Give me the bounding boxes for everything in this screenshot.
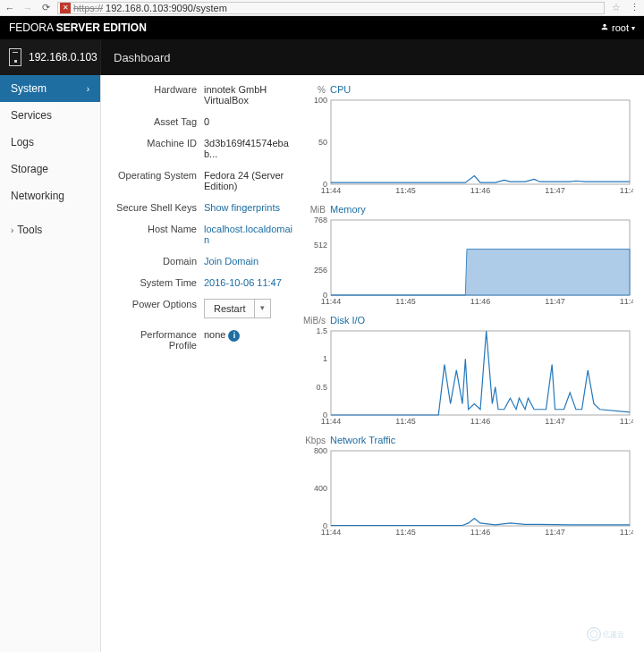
- svg-text:0.5: 0.5: [316, 383, 327, 392]
- bookmark-icon[interactable]: ☆: [610, 2, 623, 14]
- chevron-down-icon[interactable]: ▾: [255, 300, 270, 318]
- sidebar: System›ServicesLogsStorageNetworking›Too…: [0, 75, 101, 652]
- svg-text:800: 800: [314, 447, 327, 455]
- info-value: nonei: [204, 329, 293, 342]
- chart-disk-i-o: MiB/sDisk I/O00.511.511:4411:4511:4611:4…: [302, 315, 633, 426]
- url-input[interactable]: ✕ https://192.168.0.103:9090/system: [57, 2, 605, 14]
- svg-point-38: [588, 628, 601, 641]
- chart-memory: MiBMemory025651276811:4411:4511:4611:471…: [302, 204, 633, 306]
- info-row: DomainJoin Domain: [110, 256, 293, 267]
- reload-icon[interactable]: ⟳: [39, 2, 52, 14]
- user-icon: [600, 22, 609, 33]
- chevron-down-icon: ▾: [631, 24, 635, 32]
- forward-icon[interactable]: →: [21, 2, 34, 14]
- info-label: Hardware: [110, 84, 204, 95]
- chart-name[interactable]: CPU: [330, 84, 351, 95]
- dashboard-tab[interactable]: Dashboard: [101, 39, 171, 75]
- svg-text:50: 50: [318, 138, 327, 147]
- sidebar-item-label: Logs: [11, 136, 34, 148]
- info-label: Asset Tag: [110, 116, 204, 127]
- chart-unit: Kbps: [302, 436, 326, 445]
- info-value: innotek GmbH VirtualBox: [204, 84, 293, 106]
- info-row: Asset Tag0: [110, 116, 293, 127]
- chart-name[interactable]: Network Traffic: [330, 435, 395, 445]
- info-value[interactable]: Join Domain: [204, 256, 293, 267]
- chart-network-traffic: KbpsNetwork Traffic040080011:4411:4511:4…: [302, 435, 633, 537]
- browser-toolbar: ← → ⟳ ✕ https://192.168.0.103:9090/syste…: [0, 0, 644, 16]
- sidebar-item-label: Services: [11, 109, 52, 122]
- svg-text:1: 1: [323, 354, 327, 363]
- chart-unit: MiB/s: [302, 316, 326, 326]
- svg-text:256: 256: [314, 266, 327, 275]
- url-prefix: https://: [73, 3, 103, 13]
- svg-text:11:45: 11:45: [395, 528, 416, 537]
- chevron-right-icon: ›: [87, 84, 89, 94]
- sidebar-item-label: Networking: [11, 190, 64, 202]
- svg-text:11:45: 11:45: [395, 186, 416, 195]
- svg-text:11:46: 11:46: [470, 417, 491, 426]
- svg-rect-0: [331, 100, 630, 184]
- watermark: 亿速云: [585, 625, 639, 647]
- info-row: Performance Profilenonei: [110, 329, 293, 351]
- svg-text:100: 100: [314, 97, 327, 105]
- info-row: Host Namelocalhost.localdomain: [110, 224, 293, 245]
- svg-text:11:48: 11:48: [620, 528, 633, 537]
- back-icon[interactable]: ←: [4, 2, 16, 14]
- svg-text:11:44: 11:44: [321, 297, 342, 306]
- user-name: root: [612, 22, 629, 33]
- info-value: 0: [204, 116, 293, 127]
- info-value: Fedora 24 (Server Edition): [204, 170, 293, 191]
- svg-text:11:47: 11:47: [545, 297, 565, 306]
- sidebar-item-label: Tools: [17, 224, 42, 236]
- user-dropdown[interactable]: root ▾: [600, 22, 635, 33]
- sidebar-item-logs[interactable]: Logs: [0, 129, 100, 156]
- svg-text:11:44: 11:44: [321, 186, 342, 195]
- sidebar-item-label: System: [11, 82, 47, 95]
- host-selector[interactable]: 192.168.0.103: [0, 39, 101, 75]
- chart-name[interactable]: Memory: [330, 204, 366, 215]
- brand-title: FEDORA SERVER EDITION: [9, 21, 147, 34]
- server-icon: [9, 48, 21, 66]
- sidebar-item-services[interactable]: Services: [0, 102, 100, 129]
- info-label: System Time: [110, 277, 204, 288]
- svg-text:11:48: 11:48: [620, 186, 633, 195]
- menu-icon[interactable]: ⋮: [628, 2, 640, 14]
- sidebar-item-tools[interactable]: ›Tools: [0, 216, 100, 243]
- info-label: Host Name: [110, 224, 204, 234]
- info-value[interactable]: 2016-10-06 11:47: [204, 277, 293, 288]
- chart-cpu: %CPU05010011:4411:4511:4611:4711:48: [302, 84, 633, 195]
- restart-label: Restart: [205, 300, 255, 318]
- sidebar-item-storage[interactable]: Storage: [0, 156, 100, 182]
- info-row: System Time2016-10-06 11:47: [110, 277, 293, 288]
- svg-text:11:46: 11:46: [470, 186, 491, 195]
- svg-text:11:44: 11:44: [321, 528, 342, 537]
- info-label: Machine ID: [110, 138, 204, 148]
- insecure-cert-icon: ✕: [60, 3, 71, 13]
- chevron-right-icon: ›: [11, 225, 13, 235]
- sidebar-item-networking[interactable]: Networking: [0, 182, 100, 209]
- restart-button[interactable]: Restart▾: [204, 299, 271, 318]
- info-label: Performance Profile: [110, 329, 204, 351]
- chart-name[interactable]: Disk I/O: [330, 315, 365, 326]
- info-row: Machine ID3d3b169f41574ebab...: [110, 138, 293, 159]
- svg-text:400: 400: [314, 484, 327, 493]
- info-value[interactable]: Show fingerprints: [204, 202, 293, 213]
- info-value[interactable]: localhost.localdomain: [204, 224, 293, 245]
- svg-text:11:45: 11:45: [395, 297, 416, 306]
- info-icon[interactable]: i: [228, 330, 240, 342]
- charts-column: %CPU05010011:4411:4511:4611:4711:48 MiBM…: [293, 84, 633, 652]
- svg-text:亿速云: 亿速云: [602, 631, 624, 639]
- svg-rect-29: [331, 451, 630, 526]
- svg-text:11:47: 11:47: [545, 528, 565, 537]
- svg-text:11:48: 11:48: [620, 417, 633, 426]
- sidebar-item-system[interactable]: System›: [0, 75, 100, 102]
- svg-text:11:45: 11:45: [395, 417, 416, 426]
- host-label: 192.168.0.103: [29, 51, 97, 64]
- info-row: Hardwareinnotek GmbH VirtualBox: [110, 84, 293, 106]
- svg-text:1.5: 1.5: [316, 327, 327, 335]
- sidebar-item-label: Storage: [11, 163, 48, 175]
- info-row: Power OptionsRestart▾: [110, 299, 293, 318]
- info-row: Secure Shell KeysShow fingerprints: [110, 202, 293, 213]
- brand-header: FEDORA SERVER EDITION root ▾: [0, 16, 644, 39]
- info-label: Domain: [110, 256, 204, 267]
